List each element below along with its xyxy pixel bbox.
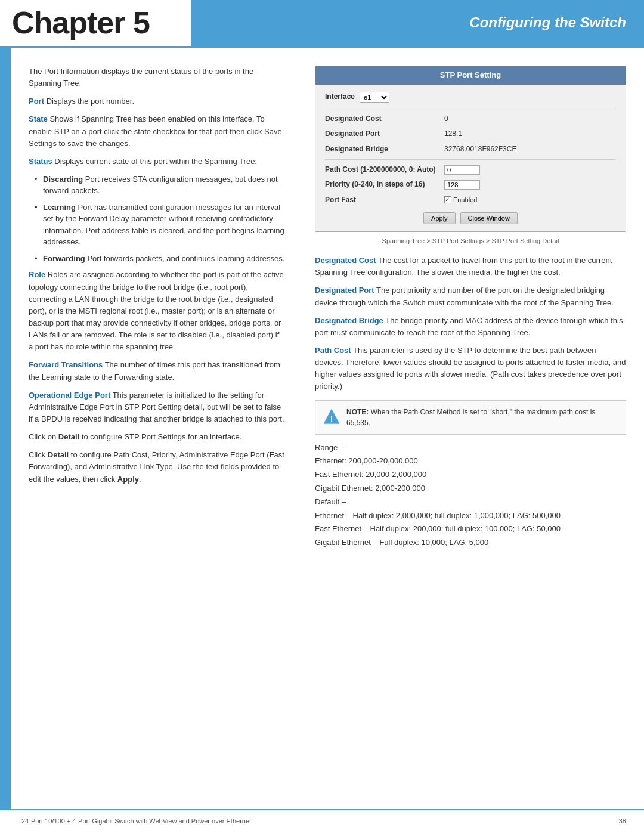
forward-label: Forward Transitions bbox=[29, 360, 103, 369]
stp-interface-select[interactable]: e1 bbox=[360, 92, 389, 103]
chapter-header-right: Configuring the Switch bbox=[191, 0, 644, 46]
op-edge-paragraph: Operational Edge Port This parameter is … bbox=[29, 389, 285, 425]
port-text: Displays the port number. bbox=[47, 97, 134, 106]
stp-designated-bridge-label: Designated Bridge bbox=[325, 144, 444, 154]
range-item-4: Default – bbox=[315, 496, 626, 509]
stp-enabled-label: Enabled bbox=[453, 196, 477, 205]
range-item-2: Fast Ethernet: 20,000-2,000,000 bbox=[315, 469, 626, 481]
status-label: Status bbox=[29, 157, 52, 166]
bullet-discarding-term: Discarding bbox=[43, 175, 83, 184]
stp-designated-bridge-value: 32768.0018F962F3CE bbox=[444, 144, 516, 154]
stp-priority-input[interactable] bbox=[444, 180, 480, 190]
note-text: NOTE: When the Path Cost Method is set t… bbox=[346, 407, 618, 428]
op-edge-label: Operational Edge Port bbox=[29, 391, 110, 400]
stp-designated-port-row: Designated Port 128.1 bbox=[325, 129, 616, 139]
click-detail2-paragraph: Click Detail to configure Path Cost, Pri… bbox=[29, 449, 285, 485]
stp-interface-label: Interface bbox=[325, 92, 355, 102]
state-text: Shows if Spanning Tree has been enabled … bbox=[29, 114, 282, 147]
stp-path-cost-row: Path Cost (1-200000000, 0: Auto) bbox=[325, 165, 616, 175]
stp-designated-cost-value: 0 bbox=[444, 114, 448, 124]
note-label: NOTE: bbox=[346, 408, 369, 416]
status-text: Displays current state of this port with… bbox=[54, 157, 257, 166]
stp-buttons: Apply Close Window bbox=[325, 212, 616, 224]
bullet-learning-text: Port has transmitted configuration messa… bbox=[43, 203, 284, 247]
designated-bridge-paragraph: Designated Bridge The bridge priority an… bbox=[315, 315, 626, 339]
stp-port-fast-value: Enabled bbox=[444, 196, 477, 205]
stp-designated-cost-label: Designated Cost bbox=[325, 114, 444, 124]
stp-designated-port-value: 128.1 bbox=[444, 129, 462, 139]
footer-page-number: 38 bbox=[619, 817, 626, 826]
content-wrapper: The Port Information displays the curren… bbox=[0, 48, 644, 809]
chapter-header-left: Chapter 5 bbox=[0, 0, 191, 46]
range-item-6: Fast Ethernet – Half duplex: 200,000; fu… bbox=[315, 523, 626, 535]
intro-text: The Port Information displays the curren… bbox=[29, 66, 285, 89]
stp-path-cost-input[interactable] bbox=[444, 165, 480, 175]
left-column: The Port Information displays the curren… bbox=[11, 66, 303, 797]
designated-bridge-heading: Designated Bridge bbox=[315, 316, 383, 325]
stp-priority-label: Priority (0-240, in steps of 16) bbox=[325, 179, 444, 190]
chapter-title: Chapter 5 bbox=[12, 1, 150, 45]
list-item: Learning Port has transmitted configurat… bbox=[35, 202, 285, 248]
range-item-1: Ethernet: 200,000-20,000,000 bbox=[315, 455, 626, 467]
range-item-5: Ethernet – Half duplex: 2,000,000; full … bbox=[315, 510, 626, 522]
stp-divider-2 bbox=[325, 159, 616, 160]
designated-port-paragraph: Designated Port The port priority and nu… bbox=[315, 284, 626, 308]
path-cost-text: This parameter is used by the STP to det… bbox=[315, 346, 626, 391]
designated-cost-heading: Designated Cost bbox=[315, 256, 376, 265]
range-section: Range – Ethernet: 200,000-20,000,000 Fas… bbox=[315, 442, 626, 549]
role-text: Roles are assigned according to whether … bbox=[29, 270, 284, 351]
stp-designated-cost-row: Designated Cost 0 bbox=[325, 114, 616, 124]
right-column: STP Port Setting Interface e1 Designated… bbox=[303, 66, 644, 797]
role-label: Role bbox=[29, 270, 45, 279]
stp-interface-row: Interface e1 bbox=[325, 92, 616, 103]
page-header: Chapter 5 Configuring the Switch bbox=[0, 0, 644, 48]
configuring-title: Configuring the Switch bbox=[469, 13, 626, 33]
stp-designated-port-label: Designated Port bbox=[325, 129, 444, 139]
stp-divider-1 bbox=[325, 109, 616, 109]
port-paragraph: Port Displays the port number. bbox=[29, 95, 285, 107]
designated-cost-paragraph: Designated Cost The cost for a packet to… bbox=[315, 255, 626, 278]
click-detail-paragraph: Click on Detail to configure STP Port Se… bbox=[29, 431, 285, 443]
stp-panel-header: STP Port Setting bbox=[315, 66, 626, 85]
bullet-learning-term: Learning bbox=[43, 203, 76, 212]
role-paragraph: Role Roles are assigned according to whe… bbox=[29, 269, 285, 353]
note-content: When the Path Cost Method is set to "sho… bbox=[346, 408, 595, 427]
bullet-forwarding-text: Port forwards packets, and continues lea… bbox=[87, 254, 284, 263]
svg-text:!: ! bbox=[330, 414, 333, 423]
stp-caption: Spanning Tree > STP Port Settings > STP … bbox=[315, 237, 626, 246]
stp-apply-button[interactable]: Apply bbox=[423, 212, 456, 224]
stp-panel-body: Interface e1 Designated Cost 0 Designate… bbox=[315, 85, 626, 231]
designated-port-heading: Designated Port bbox=[315, 286, 374, 295]
left-accent-bar bbox=[0, 48, 11, 809]
state-label: State bbox=[29, 114, 48, 123]
path-cost-heading: Path Cost bbox=[315, 346, 351, 355]
port-label: Port bbox=[29, 97, 44, 106]
range-item-3: Gigabit Ethernet: 2,000-200,000 bbox=[315, 482, 626, 495]
bullet-list: Discarding Port receives STA configurati… bbox=[35, 174, 285, 265]
footer-left-text: 24-Port 10/100 + 4-Port Gigabit Switch w… bbox=[21, 817, 251, 826]
list-item: Forwarding Port forwards packets, and co… bbox=[35, 253, 285, 265]
stp-port-panel: STP Port Setting Interface e1 Designated… bbox=[315, 66, 626, 232]
stp-path-cost-label: Path Cost (1-200000000, 0: Auto) bbox=[325, 165, 444, 175]
bullet-forwarding-term: Forwarding bbox=[43, 254, 85, 263]
list-item: Discarding Port receives STA configurati… bbox=[35, 174, 285, 197]
stp-designated-bridge-row: Designated Bridge 32768.0018F962F3CE bbox=[325, 144, 616, 154]
state-paragraph: State Shows if Spanning Tree has been en… bbox=[29, 113, 285, 149]
main-content: The Port Information displays the curren… bbox=[11, 48, 644, 809]
range-item-0: Range – bbox=[315, 442, 626, 454]
status-paragraph: Status Displays current state of this po… bbox=[29, 156, 285, 168]
forward-paragraph: Forward Transitions The number of times … bbox=[29, 359, 285, 383]
path-cost-paragraph: Path Cost This parameter is used by the … bbox=[315, 345, 626, 393]
stp-priority-row: Priority (0-240, in steps of 16) bbox=[325, 179, 616, 190]
stp-port-fast-label: Port Fast bbox=[325, 195, 444, 205]
stp-port-fast-row: Port Fast Enabled bbox=[325, 195, 616, 205]
warning-icon: ! bbox=[323, 408, 340, 426]
note-box: ! NOTE: When the Path Cost Method is set… bbox=[315, 400, 626, 435]
stp-close-button[interactable]: Close Window bbox=[460, 212, 518, 224]
stp-enabled-checkbox[interactable] bbox=[444, 196, 451, 203]
page-footer: 24-Port 10/100 + 4-Port Gigabit Switch w… bbox=[0, 809, 644, 833]
range-item-7: Gigabit Ethernet – Full duplex: 10,000; … bbox=[315, 537, 626, 549]
